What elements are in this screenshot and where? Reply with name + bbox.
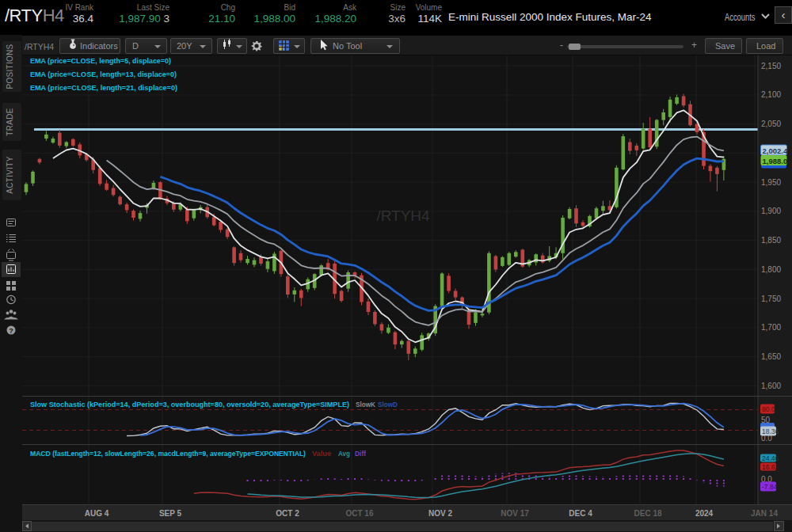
svg-text:1,988.0: 1,988.0 (763, 157, 788, 165)
svg-text:ACTIVITY: ACTIVITY (6, 156, 14, 193)
svg-text:Value: Value (312, 449, 331, 458)
svg-text:NOV 2: NOV 2 (428, 509, 452, 518)
svg-text:1,950: 1,950 (761, 178, 781, 187)
svg-text:POSITIONS: POSITIONS (6, 44, 14, 89)
svg-text:18.36: 18.36 (762, 428, 779, 435)
svg-text:Diff: Diff (355, 449, 367, 458)
svg-text:OCT 16: OCT 16 (345, 509, 373, 518)
svg-text:JAN 14: JAN 14 (751, 509, 778, 518)
svg-text:SlowK: SlowK (356, 400, 375, 408)
svg-text:MACD (fastLength=12, slowLengt: MACD (fastLength=12, slowLength=26, macd… (30, 449, 306, 458)
svg-text:?: ? (9, 327, 13, 335)
svg-text:1,900: 1,900 (761, 207, 781, 215)
svg-text:/RTYH4: /RTYH4 (376, 207, 430, 224)
svg-text:EMA (price=CLOSE, length=13, d: EMA (price=CLOSE, length=13, displace=0) (30, 70, 177, 78)
svg-text:80.0: 80.0 (762, 405, 775, 413)
svg-text:2024: 2024 (695, 509, 714, 518)
svg-text:2,100: 2,100 (761, 90, 781, 99)
svg-text:2,150: 2,150 (761, 62, 781, 70)
svg-text:1,700: 1,700 (761, 323, 781, 332)
svg-text:2,002.4: 2,002.4 (763, 146, 788, 155)
svg-text:2,050: 2,050 (761, 120, 781, 128)
svg-text:Avg: Avg (338, 449, 350, 458)
svg-text:SlowD: SlowD (378, 400, 398, 408)
svg-text:1,850: 1,850 (761, 236, 781, 245)
svg-text:24.46: 24.46 (762, 454, 779, 462)
svg-text:16.62: 16.62 (762, 463, 779, 471)
svg-text:EMA (price=CLOSE, length=5, di: EMA (price=CLOSE, length=5, displace=0) (30, 56, 171, 65)
svg-text:SEP 5: SEP 5 (159, 509, 182, 518)
svg-text:1,750: 1,750 (761, 294, 781, 303)
svg-text:EMA (price=CLOSE, length=21, d: EMA (price=CLOSE, length=21, displace=0) (30, 83, 177, 92)
svg-text:Slow Stochastic (kPeriod=14, d: Slow Stochastic (kPeriod=14, dPeriod=3, … (30, 400, 349, 408)
svg-text:-7.84: -7.84 (762, 483, 778, 491)
svg-text:OCT 2: OCT 2 (276, 509, 299, 518)
svg-text:NOV 17: NOV 17 (501, 509, 529, 518)
svg-text:AUG 4: AUG 4 (85, 509, 109, 518)
svg-text:1,650: 1,650 (761, 352, 781, 361)
svg-text:1,600: 1,600 (761, 382, 781, 390)
svg-text:TRADE: TRADE (6, 108, 14, 135)
svg-text:DEC 18: DEC 18 (634, 509, 661, 518)
svg-text:DEC 4: DEC 4 (569, 509, 592, 518)
svg-text:1,800: 1,800 (761, 265, 781, 274)
